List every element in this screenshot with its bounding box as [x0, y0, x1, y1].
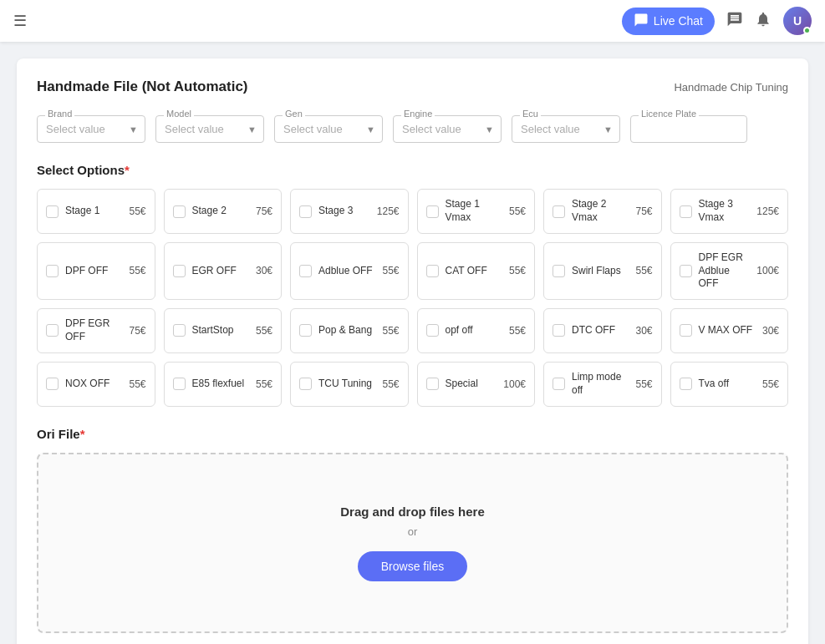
gen-select[interactable]: Select value ▼ Select value — [274, 115, 383, 143]
option-item[interactable]: DPF EGR Adblue OFF 100€ — [670, 242, 789, 300]
option-checkbox[interactable] — [173, 378, 186, 390]
option-price: 55€ — [509, 325, 526, 337]
option-item[interactable]: NOX OFF 55€ — [37, 362, 155, 407]
option-label: NOX OFF — [65, 378, 122, 391]
option-checkbox[interactable] — [426, 265, 439, 277]
navbar-left: ☰ — [13, 12, 27, 30]
option-checkbox[interactable] — [46, 265, 59, 277]
option-checkbox[interactable] — [553, 324, 565, 337]
option-label: DTC OFF — [572, 324, 629, 337]
notification-button[interactable] — [755, 11, 772, 32]
option-item[interactable]: DPF EGR OFF 75€ — [37, 308, 155, 353]
brand-label: Brand — [45, 109, 74, 119]
engine-select[interactable]: Select value ▼ Select value — [393, 115, 502, 143]
option-price: 55€ — [635, 378, 652, 390]
option-item[interactable]: Stage 2 75€ — [164, 189, 283, 234]
option-label: Adblue OFF — [318, 265, 375, 278]
option-item[interactable]: Stage 1 55€ — [37, 189, 155, 234]
option-checkbox[interactable] — [680, 324, 692, 337]
engine-filter: Engine Select value ▼ Select value — [393, 115, 502, 143]
option-checkbox[interactable] — [299, 378, 312, 390]
option-item[interactable]: opf off 55€ — [417, 308, 536, 353]
option-checkbox[interactable] — [299, 324, 312, 337]
option-price: 100€ — [503, 378, 526, 390]
option-checkbox[interactable] — [299, 265, 312, 277]
option-label: Stage 1 — [65, 205, 122, 218]
licence-plate-filter: Licence Plate — [630, 115, 747, 143]
avatar[interactable]: U — [783, 7, 812, 35]
option-item[interactable]: DTC OFF 30€ — [543, 308, 662, 353]
message-button[interactable] — [726, 11, 743, 32]
drop-zone[interactable]: Drag and drop files here or Browse files — [37, 453, 788, 633]
option-checkbox[interactable] — [46, 378, 59, 390]
option-checkbox[interactable] — [299, 205, 312, 218]
option-checkbox[interactable] — [426, 324, 439, 337]
engine-label: Engine — [401, 109, 435, 119]
option-checkbox[interactable] — [46, 205, 59, 218]
model-select[interactable]: Select value ▼ Select value — [155, 115, 264, 143]
option-item[interactable]: Tva off 55€ — [670, 362, 789, 407]
gen-filter: Gen Select value ▼ Select value — [274, 115, 383, 143]
option-label: Special — [446, 378, 497, 391]
option-item[interactable]: Stage 3 Vmax 125€ — [670, 189, 789, 234]
option-item[interactable]: Swirl Flaps 55€ — [543, 242, 662, 300]
option-label: E85 flexfuel — [192, 378, 249, 391]
option-checkbox[interactable] — [680, 378, 692, 390]
avatar-initials: U — [793, 14, 802, 28]
brand-filter: Brand Select value ▼ Select value BMW Me… — [37, 115, 145, 143]
option-checkbox[interactable] — [173, 205, 186, 218]
browse-files-button[interactable]: Browse files — [358, 551, 467, 581]
option-price: 55€ — [635, 265, 652, 276]
option-label: opf off — [446, 324, 502, 337]
option-label: Swirl Flaps — [572, 265, 629, 278]
option-label: Limp mode off — [572, 371, 629, 397]
live-chat-button[interactable]: Live Chat — [622, 8, 715, 35]
option-checkbox[interactable] — [173, 324, 186, 337]
option-price: 55€ — [129, 205, 145, 217]
option-checkbox[interactable] — [426, 205, 439, 218]
option-item[interactable]: Special 100€ — [417, 362, 536, 407]
ecu-filter: Ecu Select value ▼ Select value — [512, 115, 620, 143]
option-price: 75€ — [129, 325, 145, 337]
option-label: Stage 2 — [192, 205, 249, 218]
option-item[interactable]: Pop & Bang 55€ — [290, 308, 409, 353]
option-price: 55€ — [129, 378, 145, 390]
option-item[interactable]: TCU Tuning 55€ — [290, 362, 409, 407]
option-price: 55€ — [256, 378, 272, 390]
option-item[interactable]: Limp mode off 55€ — [543, 362, 662, 407]
option-item[interactable]: Stage 1 Vmax 55€ — [417, 189, 536, 234]
option-label: DPF OFF — [65, 265, 122, 278]
ecu-select[interactable]: Select value ▼ Select value — [512, 115, 620, 143]
option-checkbox[interactable] — [680, 205, 692, 218]
licence-plate-input[interactable] — [630, 115, 747, 143]
navbar: ☰ Live Chat U — [0, 0, 825, 42]
select-options-section: Select Options* Stage 1 55€ Stage 2 75€ … — [37, 163, 788, 407]
option-price: 55€ — [382, 325, 399, 337]
option-item[interactable]: E85 flexfuel 55€ — [164, 362, 283, 407]
option-item[interactable]: CAT OFF 55€ — [417, 242, 536, 300]
option-checkbox[interactable] — [680, 265, 692, 277]
option-price: 55€ — [256, 325, 272, 337]
option-item[interactable]: StartStop 55€ — [164, 308, 283, 353]
option-label: EGR OFF — [192, 265, 249, 278]
ori-file-required-asterisk: * — [80, 427, 85, 441]
option-item[interactable]: EGR OFF 30€ — [164, 242, 283, 300]
option-item[interactable]: Stage 3 125€ — [290, 189, 409, 234]
option-price: 55€ — [382, 265, 399, 276]
live-chat-icon — [634, 13, 649, 30]
option-checkbox[interactable] — [553, 265, 565, 277]
option-checkbox[interactable] — [553, 378, 565, 390]
hamburger-button[interactable]: ☰ — [13, 12, 27, 30]
option-checkbox[interactable] — [46, 324, 59, 337]
option-item[interactable]: DPF OFF 55€ — [37, 242, 155, 300]
option-checkbox[interactable] — [173, 265, 186, 277]
option-checkbox[interactable] — [426, 378, 439, 390]
option-checkbox[interactable] — [553, 205, 565, 218]
option-item[interactable]: Adblue OFF 55€ — [290, 242, 409, 300]
brand-select[interactable]: Select value ▼ Select value BMW Mercedes… — [37, 115, 145, 143]
option-item[interactable]: V MAX OFF 30€ — [670, 308, 789, 353]
option-label: TCU Tuning — [318, 378, 375, 391]
options-grid: Stage 1 55€ Stage 2 75€ Stage 3 125€ Sta… — [37, 189, 788, 407]
option-item[interactable]: Stage 2 Vmax 75€ — [543, 189, 662, 234]
option-label: DPF EGR OFF — [65, 317, 122, 343]
